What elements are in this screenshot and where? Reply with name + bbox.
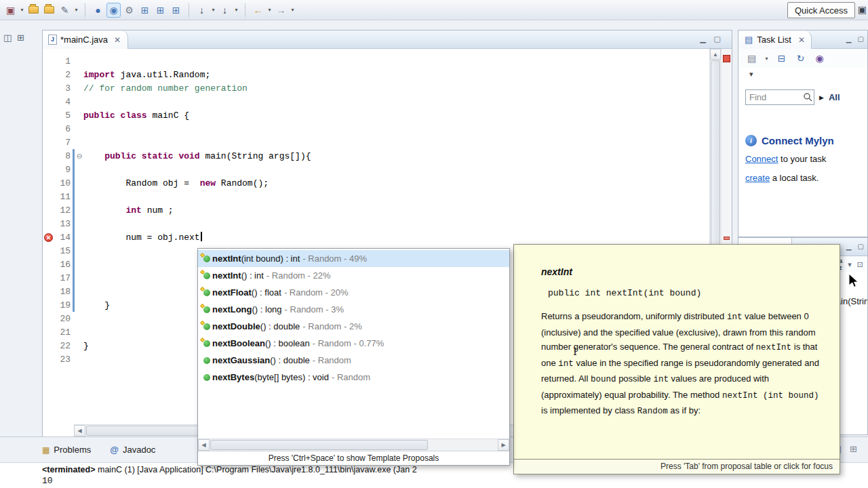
perspective-icon[interactable]: ▣ <box>858 4 867 15</box>
import-icon[interactable]: ↓ <box>218 3 232 18</box>
run-tool-icon[interactable]: ◉ <box>106 3 121 18</box>
code-line[interactable]: 2import java.util.Random; <box>43 68 709 81</box>
code-line[interactable]: 3// for random number generation <box>43 81 709 95</box>
line-number[interactable]: 10 <box>54 178 72 188</box>
search-icon[interactable]: ● <box>91 3 105 18</box>
code-line[interactable]: 7 <box>43 136 709 149</box>
code-line[interactable]: 5public class mainC { <box>43 108 709 122</box>
error-overview-icon[interactable] <box>723 55 730 62</box>
code-line[interactable]: 9 <box>43 163 709 176</box>
code-line[interactable]: 13 <box>43 217 709 230</box>
maximize-icon[interactable]: ▢ <box>858 243 864 250</box>
completion-item[interactable]: nextBoolean() : boolean - Random - 0.77% <box>198 335 509 352</box>
dropdown-arrow-icon[interactable]: ▾ <box>764 56 770 62</box>
code-line[interactable]: 12 int num ; <box>43 203 709 217</box>
dropdown-arrow-icon[interactable]: ▾ <box>290 7 296 13</box>
save-icon[interactable] <box>26 3 41 18</box>
completion-item[interactable]: nextBytes(byte[] bytes) : void - Random <box>198 369 509 386</box>
code-line[interactable]: 6 <box>43 122 709 136</box>
code-line[interactable]: 4 <box>43 95 709 108</box>
line-number[interactable]: 17 <box>54 273 72 283</box>
close-icon[interactable]: ✕ <box>798 35 805 45</box>
completion-item[interactable]: nextDouble() : double - Random - 2% <box>198 318 509 335</box>
scrollbar-thumb[interactable] <box>210 440 428 450</box>
scroll-left-icon[interactable]: ◀ <box>74 425 85 436</box>
connect-link[interactable]: Connect <box>745 154 778 164</box>
code-text[interactable]: public static void main(String args[]){ <box>83 151 311 161</box>
tab-javadoc[interactable]: @ Javadoc <box>110 445 155 455</box>
maximize-icon[interactable]: ▢ <box>714 35 721 43</box>
filter-icon[interactable]: ▾ <box>848 260 852 269</box>
completion-item[interactable]: nextInt(int bound) : int - Random - 49% <box>198 250 509 267</box>
line-number[interactable]: 5 <box>54 110 72 121</box>
scroll-up-icon[interactable]: ▲ <box>710 49 721 60</box>
minimize-icon[interactable]: ▁ <box>846 35 852 43</box>
scope-all-label[interactable]: All <box>829 92 840 102</box>
code-line[interactable]: 8⊖ public static void main(String args[]… <box>43 149 709 163</box>
line-number[interactable]: 13 <box>54 219 72 229</box>
dropdown-arrow-icon[interactable]: ▾ <box>210 7 216 13</box>
code-line[interactable]: 1 <box>43 54 709 68</box>
line-number[interactable]: 12 <box>54 205 72 216</box>
restore-view-icon[interactable]: ◫ <box>3 33 12 43</box>
scroll-right-icon[interactable]: ▶ <box>498 439 509 451</box>
line-number[interactable]: 8 <box>54 151 72 161</box>
chart-view-icon[interactable]: ⊞ <box>169 3 183 18</box>
chevron-down-icon[interactable]: ▾ <box>749 70 867 79</box>
editor-tab-mainC[interactable]: J *mainC.java ✕ <box>43 30 128 49</box>
line-number[interactable]: 19 <box>54 300 72 310</box>
minimize-icon[interactable]: ▁ <box>846 243 852 250</box>
line-number[interactable]: 1 <box>54 56 72 66</box>
error-position-marker[interactable] <box>724 237 730 240</box>
console-toolbar-icon[interactable]: ⊞ <box>850 444 857 454</box>
new-task-icon[interactable]: ▤ <box>745 51 759 66</box>
line-number[interactable]: 2 <box>54 70 72 80</box>
line-number[interactable]: 14 <box>54 232 72 243</box>
restore-view-icon[interactable]: ⊞ <box>17 33 24 43</box>
code-line[interactable]: 11 <box>43 190 709 203</box>
line-number[interactable]: 23 <box>54 354 72 365</box>
table-view-icon[interactable]: ⊞ <box>153 3 167 18</box>
completion-item[interactable]: nextLong() : long - Random - 3% <box>198 301 509 318</box>
quick-access-button[interactable]: Quick Access <box>787 2 855 18</box>
code-text[interactable]: int num ; <box>83 205 174 216</box>
line-number[interactable]: 3 <box>54 83 72 94</box>
tab-task-list[interactable]: ▤ Task List ✕ <box>738 30 812 49</box>
back-icon[interactable]: ← <box>251 3 265 18</box>
dropdown-arrow-icon[interactable]: ▾ <box>233 7 239 13</box>
open-resource-icon[interactable] <box>42 3 56 18</box>
line-number[interactable]: 7 <box>54 138 72 148</box>
forward-icon[interactable]: → <box>274 3 288 18</box>
completion-item[interactable]: nextInt() : int - Random - 22% <box>198 267 509 284</box>
maximize-icon[interactable]: ▢ <box>858 35 864 43</box>
connector-icon[interactable]: ◉ <box>812 51 827 66</box>
line-number[interactable]: 18 <box>54 287 72 297</box>
view-menu-icon[interactable]: ⊡ <box>857 260 863 269</box>
scope-expand-icon[interactable]: ▶ <box>819 94 824 101</box>
code-text[interactable]: Random obj = new Random(); <box>83 178 269 188</box>
line-number[interactable]: 16 <box>54 260 72 270</box>
dropdown-arrow-icon[interactable]: ▾ <box>73 7 79 13</box>
table-view-icon[interactable]: ⊞ <box>138 3 152 18</box>
dropdown-arrow-icon[interactable]: ▾ <box>267 7 273 13</box>
dropdown-arrow-icon[interactable]: ▾ <box>19 7 25 13</box>
fold-collapse-icon[interactable]: ⊖ <box>75 149 83 163</box>
create-task-link[interactable]: create <box>745 173 770 183</box>
line-number[interactable]: 21 <box>54 327 72 338</box>
code-text[interactable]: // for random number generation <box>83 83 248 94</box>
tab-problems[interactable]: ▦ Problems <box>42 445 91 455</box>
line-number[interactable]: 20 <box>54 314 72 324</box>
code-text[interactable]: import java.util.Random; <box>83 70 210 80</box>
code-line[interactable]: 10 Random obj = new Random(); <box>43 176 709 190</box>
code-text[interactable]: } <box>83 341 89 351</box>
line-number[interactable]: 15 <box>54 246 72 256</box>
line-number[interactable]: 9 <box>54 165 72 175</box>
minimize-icon[interactable]: ▁ <box>700 35 705 43</box>
line-number[interactable]: 6 <box>54 124 72 134</box>
categorize-icon[interactable]: ⊟ <box>774 51 789 66</box>
code-line[interactable]: ✕14 num = obj.next <box>43 230 709 244</box>
completion-item[interactable]: nextFloat() : float - Random - 20% <box>198 284 509 301</box>
code-text[interactable]: num = obj.next <box>83 232 202 243</box>
line-number[interactable]: 11 <box>54 192 72 202</box>
load-icon[interactable]: ↓ <box>195 3 209 18</box>
